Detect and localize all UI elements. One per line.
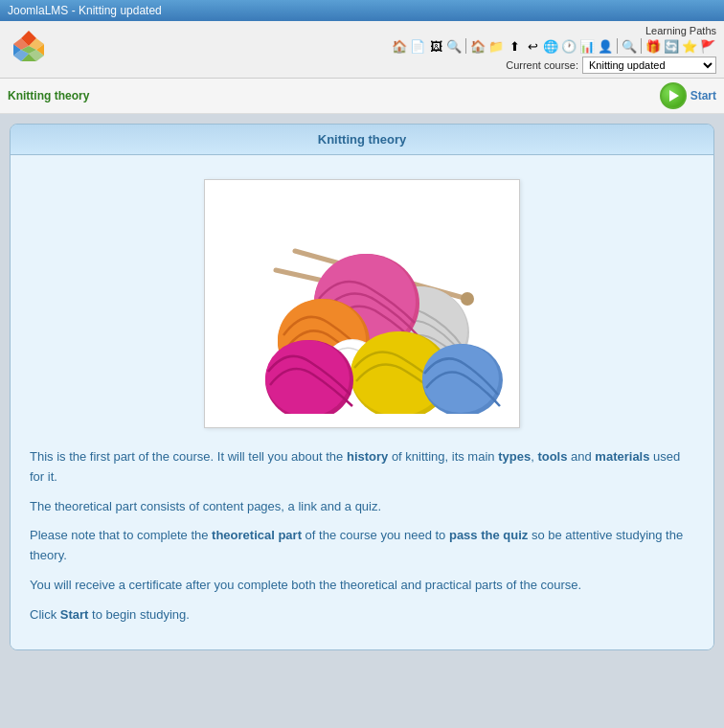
separator-2 [617,38,618,54]
title-bar: JoomlaLMS - Knitting updated [0,0,724,21]
content-title: Knitting theory [318,132,406,147]
separator-3 [641,38,642,54]
image-icon[interactable]: 🖼 [427,38,444,54]
paragraph-3: Please note that to complete the theoret… [30,526,694,566]
main-container: Knitting theory [10,124,714,650]
svg-point-13 [461,292,474,306]
home2-icon[interactable]: 🏠 [469,38,486,54]
breadcrumb-bar: Knitting theory Start [0,79,724,114]
start-button[interactable]: Start [660,82,716,109]
back-icon[interactable]: ↩ [524,38,541,54]
course-selector: Current course: Knitting updated [506,57,716,74]
user-icon[interactable]: 👤 [597,38,614,54]
joomlalms-logo [8,29,50,71]
paragraph-2: The theoretical part consists of content… [30,497,694,517]
title-bar-text: JoomlaLMS - Knitting updated [8,4,162,17]
yarn-image [218,193,506,414]
breadcrumb-link[interactable]: Knitting theory [8,89,89,102]
top-nav: Learning Paths 🏠 📄 🖼 🔍 🏠 📁 ⬆ ↩ 🌐 🕐 📊 👤 🔍… [0,21,724,79]
folder-icon[interactable]: 📁 [487,38,505,54]
refresh-icon[interactable]: 🔄 [663,38,680,54]
page-icon[interactable]: 📄 [409,38,426,54]
course-image-frame [204,179,520,428]
home-icon[interactable]: 🏠 [391,38,408,54]
current-course-label: Current course: [506,59,578,71]
nav-right: Learning Paths 🏠 📄 🖼 🔍 🏠 📁 ⬆ ↩ 🌐 🕐 📊 👤 🔍… [391,25,716,74]
chart-icon[interactable]: 📊 [578,38,596,54]
star-icon[interactable]: ⭐ [681,38,698,54]
paragraph-1: This is the first part of the course. It… [30,447,694,488]
zoom-icon[interactable]: 🔍 [621,38,638,54]
learning-paths-label: Learning Paths [645,25,716,36]
content-header: Knitting theory [11,125,713,155]
flag-icon[interactable]: 🚩 [699,38,716,54]
content-body: This is the first part of the course. It… [11,155,713,649]
paragraph-4: You will receive a certificate after you… [30,576,694,596]
logo-area [8,29,50,71]
clock-icon[interactable]: 🕐 [560,38,577,54]
separator-1 [465,38,466,54]
nav-icons: 🏠 📄 🖼 🔍 🏠 📁 ⬆ ↩ 🌐 🕐 📊 👤 🔍 🎁 🔄 ⭐ 🚩 [391,38,716,54]
upload-icon[interactable]: ⬆ [506,38,523,54]
gift-icon[interactable]: 🎁 [645,38,662,54]
start-arrow-icon [660,82,687,109]
paragraph-5: Click Start to begin studying. [30,605,694,626]
globe-icon[interactable]: 🌐 [542,38,559,54]
course-dropdown[interactable]: Knitting updated [582,57,716,74]
start-label: Start [690,89,716,102]
search-icon[interactable]: 🔍 [445,38,463,54]
